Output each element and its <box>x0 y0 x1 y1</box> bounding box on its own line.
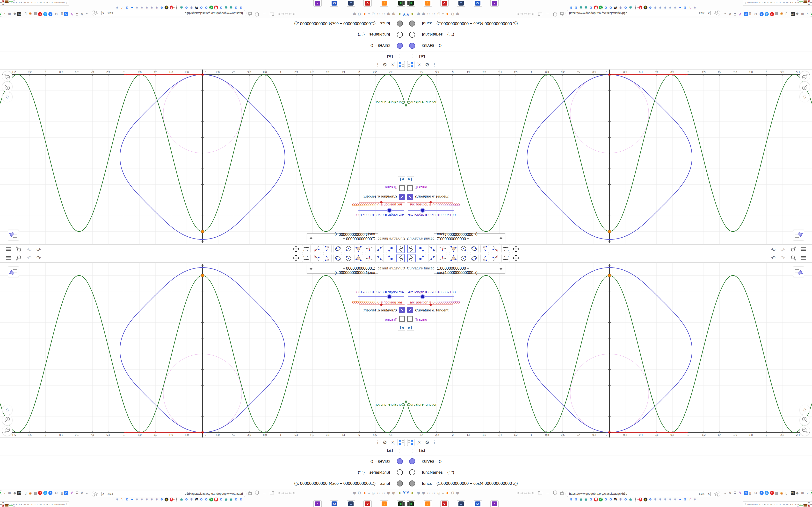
tab-favicon[interactable]: G <box>204 6 208 9</box>
visibility-marble[interactable] <box>409 32 415 38</box>
translate-icon[interactable]: A <box>744 491 748 495</box>
address-bar[interactable]: https://www.geogebra.org/classic/aagcxh3… <box>565 10 720 16</box>
tab-dot-icon[interactable] <box>517 13 519 15</box>
tab-favicon[interactable]: G <box>239 498 243 501</box>
line-tool[interactable] <box>428 254 437 262</box>
monitor-app-icon[interactable]: ▭ <box>457 501 465 507</box>
tab-favicon[interactable]: ✻ <box>115 498 119 501</box>
tab-dot-icon[interactable] <box>282 492 284 494</box>
ud-icon[interactable]: UD <box>17 12 21 16</box>
angle-tool[interactable]: α <box>323 245 332 253</box>
plus-icon[interactable]: + <box>49 491 53 495</box>
slider-tool[interactable]: a = 2 <box>501 254 510 262</box>
tab-favicon[interactable]: ✻ <box>658 498 662 501</box>
shield-icon[interactable] <box>553 490 557 496</box>
visibility-marble[interactable] <box>397 20 403 26</box>
tab-favicon[interactable]: ✻ <box>619 498 622 501</box>
fx-button[interactable]: fx <box>389 439 397 446</box>
pen-icon[interactable]: ✎ <box>739 12 742 16</box>
lock-icon[interactable] <box>248 490 252 496</box>
wrench-icon[interactable]: ⌁ <box>368 491 370 496</box>
tab-favicon[interactable]: W <box>614 498 618 501</box>
tab-favicon[interactable]: ▲ <box>644 6 648 9</box>
visibility-marble[interactable] <box>397 43 403 49</box>
translate-icon[interactable]: A <box>64 491 68 495</box>
globe-icon[interactable]: ⊕ <box>437 11 441 16</box>
point-tool[interactable]: A <box>418 254 426 262</box>
trash-icon[interactable]: ▦ <box>775 12 778 16</box>
fx-button[interactable]: fx <box>389 61 397 68</box>
tab-favicon[interactable]: ◉ <box>180 498 184 501</box>
tab-favicon[interactable]: ◉ <box>229 498 233 501</box>
algebra-row-curves[interactable]: curves = {} <box>0 40 406 51</box>
point-tool[interactable]: A <box>418 245 426 253</box>
reload-icon[interactable]: ↻ <box>728 491 731 495</box>
arc-length-slider-knob[interactable] <box>420 294 425 299</box>
tab-favicon[interactable]: ✻ <box>150 6 154 9</box>
shield-icon[interactable]: ◆ <box>13 12 16 16</box>
angle-tool[interactable]: α <box>480 245 489 253</box>
box-icon[interactable]: ▯ <box>24 12 27 16</box>
translate-icon[interactable]: A <box>101 11 105 15</box>
search-icon[interactable] <box>790 246 797 252</box>
tab-favicon[interactable]: ✓ <box>209 6 213 9</box>
tab-dot-icon[interactable] <box>524 13 526 15</box>
lock-icon[interactable] <box>560 11 564 17</box>
arc-position-slider-knob[interactable] <box>380 303 383 306</box>
tab-favicon[interactable]: G <box>574 498 578 501</box>
tab-favicon[interactable]: ✻ <box>663 498 667 501</box>
cat-app-icon[interactable]: ᴖ <box>313 0 322 6</box>
globe-icon[interactable]: ⊕ <box>417 11 420 16</box>
tab-favicon[interactable]: ◉ <box>229 6 233 9</box>
tab-dot-icon[interactable] <box>528 492 530 494</box>
arc-position-slider-knob[interactable] <box>380 201 383 204</box>
arc-length-slider[interactable] <box>408 210 454 211</box>
cat-app-icon[interactable]: ᴖ <box>490 501 499 507</box>
move-tool[interactable] <box>407 245 416 253</box>
perpendicular-line-tool[interactable] <box>439 254 447 262</box>
globe-icon[interactable]: ⊕ <box>392 11 395 16</box>
algebra-row-funcNames[interactable]: funcNames = {" "} <box>0 467 406 478</box>
globe-icon[interactable]: ⊕ <box>387 491 390 496</box>
back-arrow-icon[interactable]: ← <box>262 491 266 496</box>
tab-dot-icon[interactable] <box>532 492 534 494</box>
algebra-row-curves[interactable]: curves = {} <box>0 456 406 467</box>
tab-favicon[interactable]: G <box>589 6 593 9</box>
algebra-row-funcNames[interactable]: funcNames = {" "} <box>406 29 812 40</box>
tab-favicon[interactable]: f <box>688 498 692 501</box>
tab-favicon[interactable]: ◉ <box>628 6 632 9</box>
tab-favicon[interactable]: ● <box>678 498 682 501</box>
headset-icon[interactable]: ∩ <box>427 491 430 495</box>
folder-icon[interactable] <box>269 490 274 496</box>
tab-dot-icon[interactable] <box>289 492 292 494</box>
curvature-function-dropdown[interactable]: 1.000000000000 + cos(4.000000000000 x) <box>434 233 505 243</box>
tab-dot-icon[interactable] <box>532 13 534 15</box>
polygon-tool[interactable] <box>449 245 457 253</box>
pin-icon[interactable]: Y <box>406 491 409 495</box>
pin-icon[interactable]: Y <box>403 491 406 495</box>
plus-icon[interactable]: + <box>49 12 53 16</box>
settings-app-icon[interactable]: ⚙ <box>440 501 449 507</box>
play-step-button[interactable]: ▶❙ <box>407 176 414 182</box>
perpendicular-line-tool[interactable] <box>439 245 447 253</box>
slider-tool[interactable]: a = 2 <box>302 245 311 253</box>
algebra-row-funcNames[interactable]: funcNames = {" "} <box>0 29 406 40</box>
tab-dot-icon[interactable] <box>278 492 280 494</box>
collapse-group-button[interactable]: – <box>396 54 400 58</box>
line-tool[interactable] <box>375 254 384 262</box>
algebra-row-funcs[interactable]: funcs = {1.000000000000 + cos(4.00000000… <box>406 18 812 29</box>
extension-badge[interactable] <box>810 490 812 495</box>
tab-favicon[interactable]: ✻ <box>673 498 677 501</box>
translate-icon[interactable]: A <box>744 12 748 16</box>
translate-icon[interactable]: A <box>707 11 711 15</box>
tab-favicon[interactable]: f <box>120 6 124 9</box>
olive-dot-icon[interactable]: ● <box>411 491 413 495</box>
point-tool[interactable]: A <box>386 245 394 253</box>
reflect-tool[interactable] <box>491 245 499 253</box>
firefox-app-icon[interactable]: ● <box>380 0 388 6</box>
graphics-view[interactable]: -2.4-2.2-2-1.8-1.6-1.4-1.2-1-0.8-0.6-0.4… <box>0 69 406 244</box>
ud-icon[interactable]: UD <box>791 12 795 16</box>
move-graphics-tool[interactable] <box>512 245 520 253</box>
visibility-marble[interactable] <box>409 43 415 49</box>
chevron-up-icon[interactable]: ⌃ <box>2 501 4 505</box>
